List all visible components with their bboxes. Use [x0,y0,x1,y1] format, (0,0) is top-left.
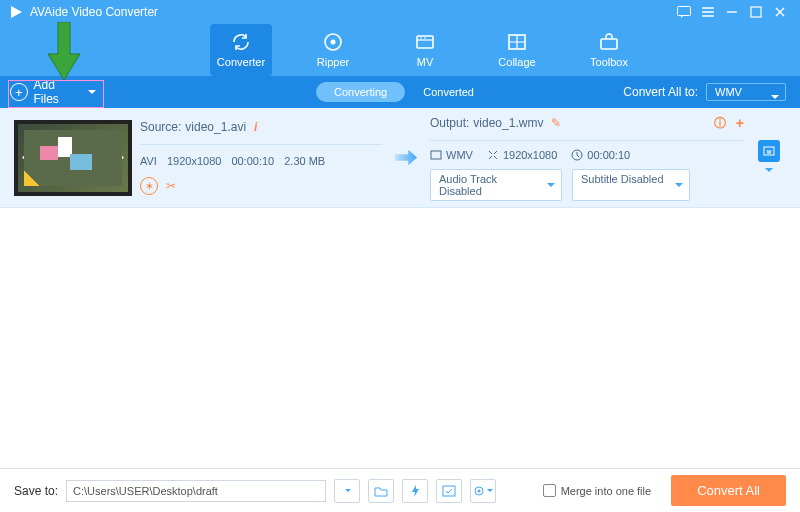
source-panel: Source: video_1.avi i AVI 1920x1080 00:0… [140,120,382,195]
svg-text:W: W [767,149,772,155]
output-duration: 00:00:10 [587,149,630,161]
edit-icon[interactable]: ✎ [551,116,561,130]
svg-rect-14 [443,486,455,496]
svg-rect-2 [751,7,761,17]
high-speed-button[interactable] [436,479,462,503]
footer-bar: Save to: Merge into one file Convert All [0,468,800,512]
prev-frame-icon [22,148,36,168]
merge-label: Merge into one file [561,485,652,497]
main-nav: Converter Ripper MV Collage Toolbox [0,24,800,76]
arrow-icon [390,150,422,166]
chevron-down-icon [88,90,96,98]
sub-toolbar: + Add Files Converting Converted Convert… [0,76,800,108]
svg-point-4 [331,40,336,45]
titlebar: AVAide Video Converter [0,0,800,24]
format-badge-icon: W [758,140,780,162]
settings-button[interactable] [470,479,496,503]
app-logo-icon [8,4,24,20]
subtitle-select[interactable]: Subtitle Disabled [572,169,690,201]
nav-label: Converter [217,56,265,68]
svg-rect-1 [678,7,691,16]
source-duration: 00:00:10 [231,155,274,167]
svg-point-16 [478,489,481,492]
audio-track-select[interactable]: Audio Track Disabled [430,169,562,201]
nav-ripper[interactable]: Ripper [302,24,364,76]
plus-icon: + [10,83,28,101]
svg-rect-9 [601,39,617,49]
chevron-down-icon [765,168,773,176]
app-title: AVAide Video Converter [30,5,158,19]
status-tabs: Converting Converted [316,82,492,102]
merge-checkbox[interactable]: Merge into one file [543,484,652,497]
convert-all-label: Convert All to: [623,85,698,99]
nav-mv[interactable]: MV [394,24,456,76]
output-panel: Output: video_1.wmv ✎ ⓘ + WMV 1920x1080 … [430,115,744,201]
output-filename: video_1.wmv [473,116,543,130]
tab-converting[interactable]: Converting [316,82,405,102]
convert-all-format-select[interactable]: WMV [706,83,786,101]
nav-converter[interactable]: Converter [210,24,272,76]
minimize-icon[interactable] [720,0,744,24]
next-frame-icon [110,148,124,168]
svg-marker-0 [11,6,22,18]
save-to-label: Save to: [14,484,58,498]
path-dropdown-button[interactable] [334,479,360,503]
add-files-button[interactable]: + Add Files [0,76,96,108]
convert-all-format-value: WMV [715,86,742,98]
video-thumbnail[interactable] [14,120,132,196]
nav-label: Collage [498,56,535,68]
save-path-input[interactable] [66,480,326,502]
source-size: 2.30 MB [284,155,325,167]
maximize-icon[interactable] [744,0,768,24]
source-label: Source: [140,120,181,134]
close-icon[interactable] [768,0,792,24]
convert-all-button[interactable]: Convert All [671,475,786,506]
nav-toolbox[interactable]: Toolbox [578,24,640,76]
gpu-accel-button[interactable] [402,479,428,503]
nav-label: Ripper [317,56,349,68]
compress-icon[interactable]: ✶ [140,177,158,195]
file-info-icon[interactable]: ⓘ [714,115,726,132]
source-format: AVI [140,155,157,167]
source-resolution: 1920x1080 [167,155,221,167]
source-filename: video_1.avi [185,120,246,134]
menu-icon[interactable] [696,0,720,24]
nav-label: MV [417,56,434,68]
chevron-down-icon [771,95,779,103]
checkbox-icon [543,484,556,497]
add-files-label: Add Files [34,78,83,106]
file-row: Source: video_1.avi i AVI 1920x1080 00:0… [0,108,800,208]
nav-collage[interactable]: Collage [486,24,548,76]
nav-label: Toolbox [590,56,628,68]
add-output-icon[interactable]: + [736,115,744,131]
output-resolution: 1920x1080 [503,149,557,161]
info-icon[interactable]: i [254,120,257,134]
output-format-button[interactable]: W [752,140,786,176]
open-folder-button[interactable] [368,479,394,503]
cut-icon[interactable]: ✂ [166,179,176,193]
tab-converted[interactable]: Converted [405,82,492,102]
svg-point-7 [424,37,426,39]
output-format: WMV [446,149,473,161]
svg-point-6 [420,37,422,39]
svg-rect-10 [431,151,441,159]
feedback-icon[interactable] [672,0,696,24]
output-label: Output: [430,116,469,130]
